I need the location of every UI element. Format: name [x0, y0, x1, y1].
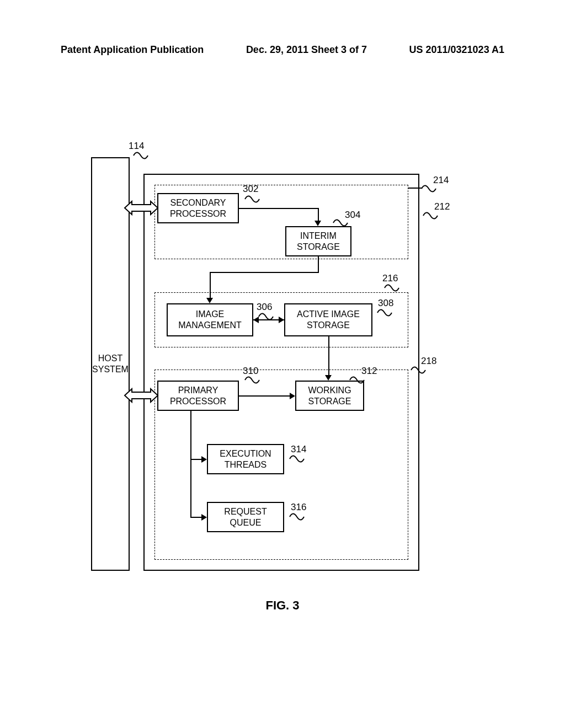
primary-processor-label: PRIMARY PROCESSOR	[170, 385, 226, 407]
connector-line	[328, 336, 329, 376]
image-management-label: IMAGE MANAGEMENT	[178, 309, 242, 331]
connector-line	[239, 395, 291, 397]
squiggle-icon	[349, 375, 365, 385]
connector-line	[239, 208, 319, 209]
ref-216: 216	[382, 273, 398, 284]
arrow-down-icon	[206, 298, 213, 303]
arrow-down-icon	[315, 221, 321, 226]
ref-302: 302	[243, 184, 258, 195]
ref-114: 114	[129, 141, 144, 152]
ref-314: 314	[291, 444, 306, 455]
arrow-left-icon	[253, 317, 259, 323]
page-header: Patent Application Publication Dec. 29, …	[0, 44, 565, 56]
execution-threads-box: EXECUTION THREADS	[207, 444, 284, 474]
connector-line	[408, 188, 422, 189]
connector-line	[318, 208, 319, 222]
connector-line	[318, 256, 319, 273]
request-queue-box: REQUEST QUEUE	[207, 502, 284, 532]
arrow-right-icon	[279, 317, 284, 323]
arrow-down-icon	[325, 375, 332, 381]
arrow-right-icon	[201, 456, 207, 463]
secondary-processor-label: SECONDARY PROCESSOR	[170, 197, 226, 220]
squiggle-icon	[410, 365, 427, 375]
active-image-storage-label: ACTIVE IMAGE STORAGE	[297, 309, 360, 331]
squiggle-icon	[244, 375, 260, 385]
interim-storage-label: INTERIM STORAGE	[297, 231, 340, 253]
header-middle: Dec. 29, 2011 Sheet 3 of 7	[246, 44, 367, 56]
squiggle-icon	[332, 218, 349, 228]
primary-processor-box: PRIMARY PROCESSOR	[157, 381, 239, 411]
secondary-processor-box: SECONDARY PROCESSOR	[157, 193, 239, 223]
working-storage-box: WORKING STORAGE	[295, 381, 364, 411]
active-image-storage-box: ACTIVE IMAGE STORAGE	[284, 303, 372, 336]
squiggle-icon	[132, 151, 149, 160]
connector-line	[210, 272, 211, 299]
working-storage-label: WORKING STORAGE	[308, 385, 351, 407]
diagram-container: HOST SYSTEM SECONDARY PROCESSOR INTERIM …	[91, 157, 472, 576]
bus-arrow-icon	[125, 387, 158, 404]
request-queue-label: REQUEST QUEUE	[224, 506, 266, 528]
figure-caption: FIG. 3	[0, 598, 565, 613]
ref-306: 306	[257, 302, 272, 313]
ref-316: 316	[291, 502, 306, 513]
svg-marker-1	[125, 389, 158, 402]
squiggle-icon	[376, 308, 393, 318]
image-management-box: IMAGE MANAGEMENT	[167, 303, 253, 336]
connector-line	[210, 272, 319, 273]
host-system-label: HOST SYSTEM	[92, 353, 129, 375]
squiggle-icon	[289, 454, 305, 464]
execution-threads-label: EXECUTION THREADS	[220, 448, 271, 470]
squiggle-icon	[383, 283, 400, 293]
arrow-right-icon	[201, 514, 207, 521]
svg-marker-0	[125, 201, 158, 215]
arrow-right-icon	[290, 393, 295, 399]
squiggle-icon	[244, 194, 260, 204]
squiggle-icon	[420, 184, 437, 194]
squiggle-icon	[289, 512, 305, 522]
header-right: US 2011/0321023 A1	[409, 44, 504, 56]
connector-line	[190, 411, 191, 517]
connector-line	[190, 459, 202, 460]
connector-line	[190, 517, 202, 518]
interim-storage-box: INTERIM STORAGE	[285, 226, 351, 256]
squiggle-icon	[422, 211, 439, 221]
bus-arrow-icon	[125, 200, 158, 216]
ref-308: 308	[378, 298, 393, 309]
host-system-box: HOST SYSTEM	[91, 157, 130, 571]
header-left: Patent Application Publication	[61, 44, 204, 56]
